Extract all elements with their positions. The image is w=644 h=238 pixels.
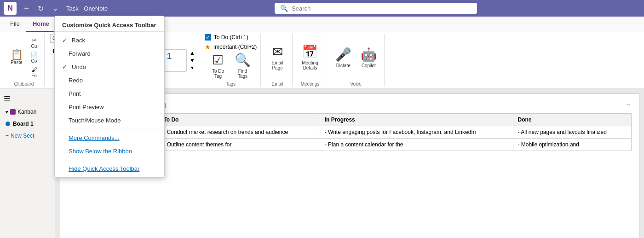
email-page-button[interactable]: ✉ EmailPage: [266, 42, 288, 72]
meetings-label: Meetings: [301, 81, 320, 87]
meeting-details-label: MeetingDetails: [302, 60, 318, 70]
dropdown-label-more-commands: More Commands...: [69, 134, 120, 141]
quick-access-dropdown-button[interactable]: ⌄: [50, 4, 61, 13]
add-icon: +: [6, 133, 9, 139]
tab-home[interactable]: Home: [26, 17, 56, 32]
copilot-button[interactable]: 🤖 Copilot: [357, 45, 380, 70]
title-bar: N ← ↻ ⌄ Task - OneNote 🔍: [0, 0, 644, 17]
dropdown-separator-2: [55, 160, 164, 160]
star-icon: ★: [205, 43, 211, 51]
col-done: Done: [513, 114, 632, 126]
meeting-icon: 📅: [302, 44, 318, 59]
format-painter-icon: 🖌: [31, 66, 37, 73]
tags-label: Tags: [226, 81, 236, 87]
new-section-button[interactable]: + New Sect: [2, 131, 53, 141]
paste-button[interactable]: 📋 Paste: [7, 48, 26, 67]
hamburger-icon[interactable]: ☰: [4, 94, 10, 103]
meetings-items: 📅 MeetingDetails: [298, 34, 322, 81]
voice-label: Voice: [350, 81, 361, 87]
dictate-button[interactable]: 🎤 Dictate: [332, 45, 355, 70]
nav-buttons: ← ↻: [20, 3, 46, 14]
expand-arrows-icon[interactable]: ↔: [626, 101, 632, 108]
sidebar: ☰ ▾ Kanban Board 1 + New Sect: [0, 89, 55, 238]
find-tags-label: FindTags: [238, 69, 247, 79]
todo-label: To Do (Ctrl+1): [214, 34, 248, 41]
cell-done-0[interactable]: - All new pages and layouts finalized: [513, 126, 632, 139]
cell-todo-0[interactable]: - Conduct market research on trends and …: [159, 126, 320, 139]
app-title: Task - OneNote: [66, 5, 108, 12]
back-button[interactable]: ←: [20, 3, 33, 13]
undo-button[interactable]: ↻: [35, 3, 46, 14]
dropdown-item-redo[interactable]: Redo: [55, 74, 164, 87]
cut-button[interactable]: ✂ Cu: [28, 36, 40, 50]
cut-icon: ✂: [32, 37, 37, 44]
dropdown-item-touch-mode[interactable]: Touch/Mouse Mode: [55, 114, 164, 127]
quick-access-dropdown: Customize Quick Access Toolbar Back Forw…: [54, 16, 165, 178]
dropdown-label-show-below: Show Below the Ribbon: [69, 148, 132, 155]
kanban-section: ▾ Kanban: [2, 107, 53, 117]
todo-tag-icon: ☑: [212, 52, 224, 68]
onenote-logo: N: [4, 2, 17, 15]
styles-down-button[interactable]: ▼: [190, 57, 195, 64]
email-label: Email: [272, 81, 283, 87]
format-painter-button[interactable]: 🖌 Fo: [28, 65, 40, 79]
find-tags-icon: 🔍: [235, 52, 251, 68]
voice-group: 🎤 Dictate 🤖 Copilot Voice: [328, 34, 385, 87]
search-input[interactable]: [292, 5, 472, 12]
cell-todo-1[interactable]: - Outline content themes for: [159, 139, 320, 151]
dictate-icon: 🎤: [335, 47, 351, 62]
email-group: ✉ EmailPage Email: [263, 34, 293, 87]
dropdown-label-redo: Redo: [69, 77, 83, 84]
dropdown-label-forward: Forward: [69, 50, 91, 57]
paste-label: Paste: [11, 60, 23, 65]
clipboard-label: Clipboard: [14, 81, 34, 87]
voice-items: 🎤 Dictate 🤖 Copilot: [332, 34, 380, 81]
styles-expand-button[interactable]: ▾: [190, 64, 195, 71]
dropdown-label-print: Print: [69, 90, 81, 97]
meeting-details-button[interactable]: 📅 MeetingDetails: [298, 42, 322, 72]
email-page-label: EmailPage: [272, 60, 283, 70]
dictate-label: Dictate: [336, 63, 351, 68]
cell-done-1[interactable]: - Mobile optimization and: [513, 139, 632, 151]
todo-tag-button[interactable]: ☑ To DoTag: [207, 51, 229, 81]
todo-tag-label: To DoTag: [212, 69, 224, 79]
dropdown-label-back: Back: [72, 37, 85, 44]
dropdown-separator-1: [55, 129, 164, 129]
dropdown-item-more-commands[interactable]: More Commands...: [55, 131, 164, 145]
copilot-icon: 🤖: [361, 47, 377, 62]
dropdown-label-print-preview: Print Preview: [69, 104, 104, 110]
meetings-group: 📅 MeetingDetails Meetings: [294, 34, 326, 87]
context-dots[interactable]: · · ·: [342, 112, 357, 119]
board1-item[interactable]: Board 1: [2, 119, 53, 129]
kanban-label: Kanban: [17, 109, 36, 115]
dropdown-item-print-preview[interactable]: Print Preview: [55, 100, 164, 114]
cell-inprogress-0[interactable]: - Write engaging posts for Facebook, Ins…: [320, 126, 513, 139]
email-icon: ✉: [272, 44, 283, 59]
important-tag[interactable]: ★ Important (Ctrl+2): [205, 43, 257, 51]
todo-tag[interactable]: ✓ To Do (Ctrl+1): [205, 34, 248, 41]
search-bar: 🔍: [275, 3, 477, 14]
board1-dot: [6, 122, 10, 126]
dropdown-item-print[interactable]: Print: [55, 87, 164, 100]
dropdown-item-undo[interactable]: Undo: [55, 60, 164, 74]
paste-icon: 📋: [11, 50, 23, 60]
styles-scroll: ▲ ▼ ▾: [190, 50, 195, 71]
expand-icon[interactable]: ▾: [6, 109, 8, 115]
dropdown-item-back[interactable]: Back: [55, 34, 164, 47]
dropdown-item-hide-toolbar[interactable]: Hide Quick Access Toolbar: [55, 162, 164, 175]
sidebar-header: ☰: [2, 93, 53, 105]
dropdown-item-forward[interactable]: Forward: [55, 47, 164, 60]
tab-file[interactable]: File: [4, 17, 26, 32]
new-section-label: New Sect: [11, 133, 34, 139]
dropdown-item-show-below[interactable]: Show Below the Ribbon: [55, 145, 164, 158]
copilot-label: Copilot: [362, 63, 376, 68]
dropdown-label-undo: Undo: [72, 64, 86, 70]
copy-button[interactable]: 📄 Co: [28, 51, 40, 64]
styles-up-button[interactable]: ▲: [190, 50, 195, 56]
kanban-icon: [10, 109, 16, 115]
find-tags-button[interactable]: 🔍 FindTags: [231, 51, 254, 81]
clipboard-group: 📋 Paste ✂ Cu 📄 Co 🖌 Fo Clipboard: [4, 34, 45, 87]
tags-group: ✓ To Do (Ctrl+1) ★ Important (Ctrl+2) ☑ …: [201, 34, 261, 87]
cell-inprogress-1[interactable]: - Plan a content calendar for the: [320, 139, 513, 151]
todo-checkbox: ✓: [205, 34, 211, 41]
